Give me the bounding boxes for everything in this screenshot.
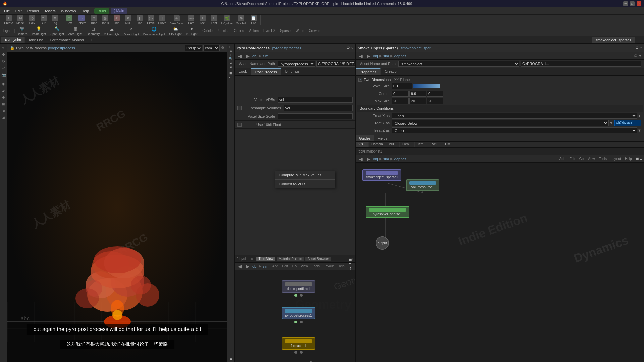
subtab-div[interactable]: Div... (442, 142, 455, 147)
center-x[interactable] (392, 90, 409, 97)
nav-back[interactable]: ◀ (237, 53, 243, 59)
env-light-btn[interactable]: 🌐Environment Light (141, 26, 167, 36)
max-y[interactable] (409, 98, 426, 104)
two-dim-cb[interactable] (358, 78, 362, 82)
dyn-add-btn[interactable]: + (640, 149, 642, 154)
treat-y-select[interactable]: Closed BelowOpen (392, 120, 609, 126)
vp-tool-7[interactable]: ▦ (229, 71, 232, 75)
dyn-view[interactable]: View (586, 157, 596, 161)
geo-edit[interactable]: Edit (281, 264, 289, 268)
max-x[interactable] (392, 98, 409, 104)
vp-tool-2[interactable]: ⊞ (230, 49, 232, 52)
geo-add-menu[interactable]: Add (271, 264, 280, 268)
pose-tool[interactable]: ◈ (1, 108, 7, 114)
menu-windows[interactable]: Windows (58, 8, 79, 14)
smoke-tab-props[interactable]: Properties (356, 68, 381, 75)
point-light-btn[interactable]: 💡Point Light (30, 25, 48, 36)
render-tool[interactable]: ◉ (1, 81, 7, 87)
subtab-vel[interactable]: Vel... (429, 142, 442, 147)
dyn-go[interactable]: Go (578, 157, 585, 161)
handle-tool[interactable]: ⊿ (1, 114, 7, 120)
tb-circle[interactable]: ◯Circle (146, 15, 156, 25)
smoke-bc-dopnet[interactable]: dopnet1 (394, 54, 408, 58)
menu-edit[interactable]: Edit (13, 8, 24, 14)
geometry-light-btn[interactable]: ◻Geometry (85, 25, 102, 36)
tb-curve[interactable]: ∫Curve (157, 15, 168, 25)
dyn-help[interactable]: Help (624, 157, 633, 161)
max-z[interactable] (427, 98, 443, 104)
paint-tool[interactable]: 🖌 (1, 87, 7, 94)
treat-x-select[interactable]: OpenClosed (392, 113, 637, 119)
menu-render[interactable]: Render (24, 8, 42, 14)
tb-line[interactable]: |Line (134, 15, 145, 25)
center-y[interactable] (409, 90, 426, 97)
distant-light-btn[interactable]: ☀Distant Light (122, 26, 141, 36)
geo-material-palette[interactable]: Material Palette (277, 257, 304, 261)
asset-path-input[interactable] (316, 61, 355, 67)
tb-torus[interactable]: ◎Torus (100, 15, 111, 25)
vp-tool-4[interactable]: 🔍 (229, 57, 233, 60)
subtab-vis[interactable]: Vis... (356, 142, 369, 147)
node-filecache[interactable]: filecache1 (282, 337, 315, 354)
smoke-nav-back[interactable]: ◀ (358, 53, 364, 59)
select-tool[interactable]: ↖ (1, 45, 7, 51)
node-dopimportfield[interactable]: dopimportfield1 (282, 280, 315, 297)
dyn-add[interactable]: Add (558, 157, 567, 161)
dyn-nav-back[interactable]: ◀ (358, 156, 364, 162)
smoke-asset-select[interactable]: smokeobject... (398, 61, 519, 67)
voxel-scale-input[interactable] (278, 113, 353, 119)
close-button[interactable]: ✕ (637, 1, 641, 6)
node-output[interactable]: output (376, 236, 389, 250)
dyn-edit[interactable]: Edit (568, 157, 576, 161)
menu-file[interactable]: File (1, 8, 13, 14)
scale-tool[interactable]: ⤢ (1, 65, 7, 71)
vp-tool-9[interactable]: ⊟ (230, 79, 232, 83)
treat-z-select[interactable]: OpenClosed (392, 127, 637, 133)
node-pyropostprocess[interactable]: pyropostprocess1 (282, 307, 315, 324)
voxel-slider[interactable] (413, 84, 440, 88)
build-button[interactable]: Build (94, 8, 109, 14)
16bit-cb[interactable] (237, 123, 241, 127)
vp-tool-8[interactable]: ⛶ (229, 75, 232, 79)
tab-add-button[interactable]: + (88, 37, 95, 43)
fields-tab[interactable]: Fields (374, 135, 391, 141)
smoke-settings-icon[interactable]: ⚙ (635, 46, 639, 50)
tab-obj-sim[interactable]: ▶ /obj/sim (1, 37, 25, 43)
vp-tool-6[interactable]: ⊕ (230, 65, 232, 68)
geo-view[interactable]: View (299, 264, 309, 268)
dyn-bc-dopnet[interactable]: dopnet1 (394, 157, 408, 161)
node-graph[interactable]: Geometry Geometry dopimportfield1 (235, 270, 355, 362)
tb-poly[interactable]: ◇Poly (27, 15, 38, 25)
center-z[interactable] (427, 90, 443, 97)
vp-tool-3[interactable]: ↕ (230, 53, 232, 56)
dyn-nav-forward[interactable]: ▶ (365, 156, 372, 162)
minimize-button[interactable]: ─ (623, 1, 628, 6)
tb-create[interactable]: +Create (3, 15, 14, 25)
tb-file[interactable]: 📄File (248, 15, 259, 25)
spot-light-btn[interactable]: 🔦Spot Light (48, 25, 66, 36)
tb-sphere[interactable]: ○Sphere (75, 15, 88, 25)
move-tool[interactable]: ✥ (1, 52, 7, 58)
tab-post-process[interactable]: Post Process (251, 68, 281, 75)
tab-perf-monitor[interactable]: Performance Monitor (46, 37, 88, 43)
node-pyrosolver[interactable]: pyrosolver_sparse1 (366, 206, 409, 218)
node-volumesource[interactable]: volumesource1 (406, 179, 439, 191)
resample-input[interactable] (284, 105, 353, 111)
dyn-bc-sim[interactable]: sim (383, 157, 389, 161)
gl-light-btn[interactable]: ●GL Light (184, 25, 200, 36)
rotate-tool[interactable]: ↻ (1, 58, 7, 64)
menu-help[interactable]: Help (78, 8, 92, 14)
smoke-help-icon[interactable]: ? (640, 46, 642, 50)
bc-sim[interactable]: sim (263, 54, 268, 58)
bc-obj[interactable]: obj (252, 54, 257, 58)
tb-tube[interactable]: ⊓Tube (89, 15, 99, 25)
ctx-compute-minmax[interactable]: Compute Min/Max Values (275, 171, 335, 179)
tb-path[interactable]: ⟿Path (186, 15, 197, 25)
camera-selector[interactable]: cam1 (203, 45, 220, 51)
subtab-domain[interactable]: Domain (369, 142, 386, 147)
tab-look[interactable]: Look (235, 68, 251, 75)
smoke-tab-creation[interactable]: Creation (381, 68, 403, 75)
geo-nav-back[interactable]: ◀ (237, 264, 243, 269)
tb-l-system[interactable]: 🌿L-System (220, 15, 234, 25)
pyro-help-icon[interactable]: ? (351, 46, 353, 50)
